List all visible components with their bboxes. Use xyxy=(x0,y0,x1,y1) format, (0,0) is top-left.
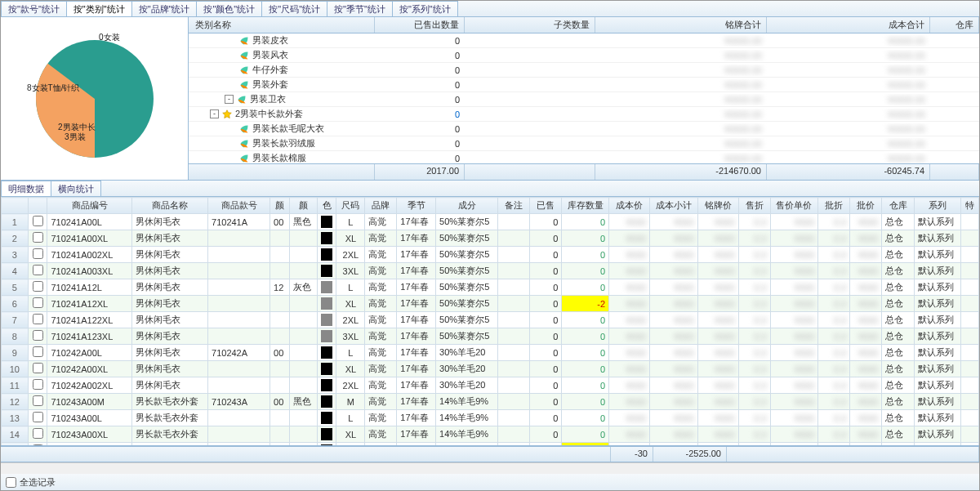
row-checkbox[interactable] xyxy=(33,444,43,446)
table-row[interactable]: 5710241A12L男休闲毛衣12灰色L高觉17年春50%莱赛尔500¥000… xyxy=(2,279,979,296)
table-row[interactable]: 2710241A00XL男休闲毛衣XL高觉17年春50%莱赛尔500¥000¥0… xyxy=(2,230,979,247)
th-tag[interactable]: 铭牌合计 xyxy=(595,17,767,33)
col-17[interactable]: 铭牌价 xyxy=(697,198,738,214)
tab-3[interactable]: 按"颜色"统计 xyxy=(196,1,262,16)
expand-icon[interactable]: - xyxy=(225,95,234,104)
row-checkbox[interactable] xyxy=(33,314,43,324)
col-2[interactable]: 商品编号 xyxy=(47,198,131,214)
col-18[interactable]: 售折 xyxy=(738,198,770,214)
col-14[interactable]: 库存数量 xyxy=(562,198,609,214)
row-checkbox[interactable] xyxy=(33,216,43,226)
tree-cell-sold: 0 xyxy=(375,35,465,47)
cell: 男休闲毛衣 xyxy=(131,263,207,279)
table-row[interactable]: 1710241A00L男休闲毛衣710241A00黑色L高觉17年春50%莱赛尔… xyxy=(2,214,979,230)
table-row[interactable]: 15710243A002XL男长款毛衣外套2XL高觉17年春14%羊毛9%0-1… xyxy=(2,443,979,447)
row-checkbox[interactable] xyxy=(33,363,43,373)
table-row[interactable]: 9710242A00L男休闲毛衣710242A00L高觉17年春30%羊毛200… xyxy=(2,345,979,361)
row-checkbox[interactable] xyxy=(33,281,43,292)
col-12[interactable]: 备注 xyxy=(498,198,530,214)
tree-cell-cost: ¥0000.00 xyxy=(767,79,930,91)
table-row[interactable]: 6710241A12XL男休闲毛衣XL高觉17年春50%莱赛尔50-2¥000¥… xyxy=(2,296,979,312)
row-checkbox[interactable] xyxy=(33,379,43,390)
col-16[interactable]: 成本小计 xyxy=(649,198,697,214)
col-22[interactable]: 仓库 xyxy=(882,198,914,214)
tree-row[interactable]: 男装长款羽绒服0¥0000.00¥0000.00 xyxy=(189,136,979,151)
table-row[interactable]: 4710241A003XL男休闲毛衣3XL高觉17年春50%莱赛尔500¥000… xyxy=(2,263,979,279)
row-checkbox[interactable] xyxy=(33,297,43,308)
tab-5[interactable]: 按"季节"统计 xyxy=(327,1,393,16)
col-1[interactable] xyxy=(28,198,47,214)
table-row[interactable]: 3710241A002XL男休闲毛衣2XL高觉17年春50%莱赛尔500¥000… xyxy=(2,247,979,263)
th-category[interactable]: 类别名称 xyxy=(189,17,375,33)
col-19[interactable]: 售价单价 xyxy=(770,198,818,214)
tree-row[interactable]: 牛仔外套0¥0000.00¥0000.00 xyxy=(189,63,979,78)
table-row[interactable]: 11710242A002XL男休闲毛衣2XL高觉17年春30%羊毛2000¥00… xyxy=(2,377,979,394)
row-checkbox[interactable] xyxy=(33,330,43,341)
tab-2[interactable]: 按"品牌"统计 xyxy=(131,1,198,16)
col-5[interactable]: 颜 xyxy=(270,198,290,214)
col-24[interactable]: 特 xyxy=(961,198,979,214)
cell: 17年春 xyxy=(397,214,436,230)
select-all-checkbox[interactable] xyxy=(6,477,16,488)
tree-row[interactable]: -男装卫衣0¥0000.00¥0000.00 xyxy=(189,92,979,107)
row-checkbox[interactable] xyxy=(33,412,43,422)
h-scrollbar[interactable] xyxy=(1,462,979,474)
tree-cell-sub xyxy=(465,55,595,56)
col-23[interactable]: 系列 xyxy=(914,198,961,214)
tree-row[interactable]: 男装长款棉服0¥0000.00¥0000.00 xyxy=(189,151,979,163)
col-8[interactable]: 尺码 xyxy=(336,198,365,214)
col-21[interactable]: 批价 xyxy=(850,198,882,214)
cell: ¥000 xyxy=(697,443,738,447)
tab-6[interactable]: 按"系列"统计 xyxy=(392,1,458,16)
row-checkbox[interactable] xyxy=(33,395,43,406)
tab-0[interactable]: 按"款号"统计 xyxy=(1,1,67,16)
cell: 男休闲毛衣 xyxy=(131,345,207,361)
col-13[interactable]: 已售 xyxy=(530,198,562,214)
col-6[interactable]: 颜 xyxy=(289,198,317,214)
mid-tab-0[interactable]: 明细数据 xyxy=(1,181,51,196)
col-3[interactable]: 商品名称 xyxy=(131,198,207,214)
table-row[interactable]: 12710243A00M男长款毛衣外套710243A00黑色M高觉17年春14%… xyxy=(2,394,979,410)
detail-grid-wrap[interactable]: 商品编号商品名称商品款号颜颜色尺码品牌季节成分备注已售库存数量成本价成本小计铭牌… xyxy=(1,197,979,446)
tree-body[interactable]: 男装皮衣0¥0000.00¥0000.00男装风衣0¥0000.00¥0000.… xyxy=(189,33,979,163)
tab-1[interactable]: 按"类别"统计 xyxy=(66,1,132,16)
cell xyxy=(961,263,979,279)
cell: 17年春 xyxy=(397,312,436,328)
col-7[interactable]: 色 xyxy=(317,198,336,214)
col-4[interactable]: 商品款号 xyxy=(208,198,270,214)
th-stock[interactable]: 仓库 xyxy=(930,17,979,33)
tab-4[interactable]: 按"尺码"统计 xyxy=(261,1,327,16)
cell: 11 xyxy=(2,377,29,394)
col-11[interactable]: 成分 xyxy=(436,198,498,214)
row-checkbox[interactable] xyxy=(33,346,43,357)
th-cost[interactable]: 成本合计 xyxy=(767,17,930,33)
mid-tab-1[interactable]: 横向统计 xyxy=(51,181,101,196)
table-row[interactable]: 10710242A00XL男休闲毛衣XL高觉17年春30%羊毛2000¥000¥… xyxy=(2,361,979,377)
th-sold[interactable]: 已售出数量 xyxy=(375,17,465,33)
tree-cell-cost: ¥0000.00 xyxy=(767,109,930,120)
expand-icon[interactable]: - xyxy=(210,109,219,118)
table-row[interactable]: 14710243A00XL男长款毛衣外套XL高觉17年春14%羊毛9%00¥00… xyxy=(2,426,979,443)
col-15[interactable]: 成本价 xyxy=(609,198,650,214)
table-row[interactable]: 8710241A123XL男休闲毛衣3XL高觉17年春50%莱赛尔500¥000… xyxy=(2,328,979,345)
th-sub[interactable]: 子类数量 xyxy=(465,17,595,33)
tree-row[interactable]: -2男装中长款外套0¥0000.00¥0000.00 xyxy=(189,107,979,122)
col-0[interactable] xyxy=(2,198,29,214)
tree-row[interactable]: 男装皮衣0¥0000.00¥0000.00 xyxy=(189,33,979,48)
tree-row[interactable]: 男装长款毛呢大衣0¥0000.00¥0000.00 xyxy=(189,122,979,136)
table-row[interactable]: 7710241A122XL男休闲毛衣2XL高觉17年春50%莱赛尔500¥000… xyxy=(2,312,979,328)
cell: ¥000 xyxy=(770,230,818,247)
row-checkbox[interactable] xyxy=(33,248,43,259)
row-checkbox[interactable] xyxy=(33,232,43,243)
cell: 710243A xyxy=(208,394,270,410)
row-checkbox[interactable] xyxy=(33,265,43,275)
row-checkbox[interactable] xyxy=(33,428,43,439)
tree-row[interactable]: 男装外套0¥0000.00¥0000.00 xyxy=(189,78,979,92)
col-10[interactable]: 季节 xyxy=(397,198,436,214)
pie-chart-pane: 0女装 8女装T恤/针织 2男装中长 3男装 xyxy=(1,17,189,180)
table-row[interactable]: 13710243A00L男长款毛衣外套L高觉17年春14%羊毛9%00¥000¥… xyxy=(2,410,979,426)
cell: ¥000 xyxy=(609,361,650,377)
tree-row[interactable]: 男装风衣0¥0000.00¥0000.00 xyxy=(189,48,979,63)
col-20[interactable]: 批折 xyxy=(818,198,850,214)
col-9[interactable]: 品牌 xyxy=(365,198,397,214)
